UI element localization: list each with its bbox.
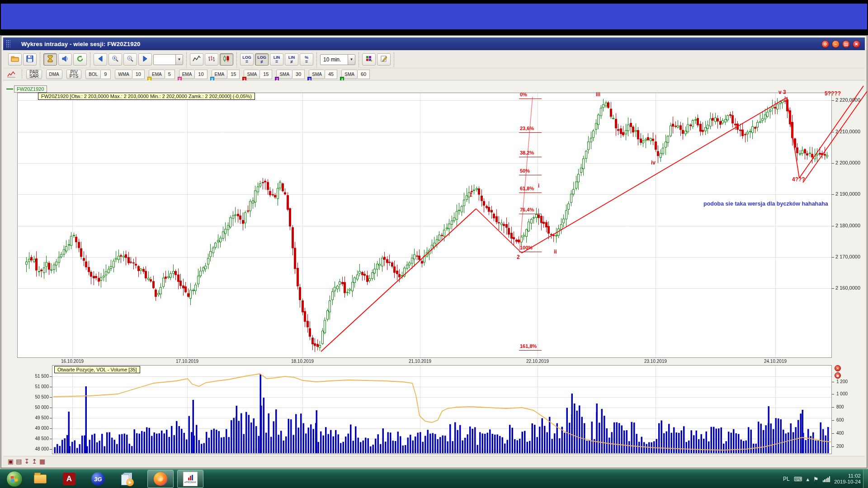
indicator-button-sma-30[interactable]: SMA302 [276,70,305,79]
interval-combobox[interactable]: 10 min. ▼ [320,54,355,65]
titlebar-buttons: ⚙–▤✕ [821,40,860,48]
indicator-button-par-sar[interactable]: PARSAR [26,70,42,79]
scroll-right-button[interactable] [138,53,152,66]
zoom-out-button[interactable] [123,53,137,66]
action-center-flag-icon[interactable]: ⚑ [813,476,819,483]
arrow-left-icon [98,56,103,64]
chart-window: Wykres intraday - wiele sesji: FW20Z1920… [1,35,867,468]
indicator-button-ema-5[interactable]: EMA51 [149,70,175,79]
taskbar-item-3g[interactable]: 3G [90,472,106,486]
firefox-icon [154,472,167,486]
indicator-button-sma-60[interactable]: SMA604 [341,70,370,79]
scale-lin-ne[interactable]: LIN≠ [285,53,298,66]
windows-logo-icon [10,475,18,483]
taskbar-item-acrobat[interactable]: A [61,472,77,486]
open-button[interactable] [8,53,22,66]
taskbar-item-media-player[interactable]: ▶ [119,472,135,486]
candlestick-chart-button[interactable] [220,53,233,66]
hourglass-icon [47,55,53,64]
settings-button[interactable]: ⚙ [821,40,829,48]
start-button[interactable] [6,471,23,487]
indicator-button-ema-15[interactable]: EMA153 [212,70,240,79]
zoom-out-icon [127,55,134,64]
line-chart-icon [193,56,201,64]
background-window-content [1,4,867,29]
background-window[interactable] [0,0,868,35]
main-toolbar: ▼ LOG=LOG≠LIN=LIN≠%= 10 min. ▼ [3,51,865,68]
titlebar[interactable]: Wykres intraday - wiele sesji: FW20Z1920… [3,38,865,50]
refresh-button[interactable] [73,53,87,66]
arrow-right-icon [142,56,148,64]
colors-button[interactable] [362,53,376,66]
save-button[interactable] [23,53,37,66]
show-desktop-button[interactable] [863,469,868,488]
edit-button[interactable] [377,53,391,66]
keyboard-icon[interactable]: ⌨ [794,476,802,483]
indicator-button-sma-45[interactable]: SMA453 [309,70,337,79]
scale-pct-eq[interactable]: %= [300,53,313,66]
chevron-down-icon[interactable]: ▼ [348,55,355,65]
upload-icon[interactable]: ↥ [32,458,37,465]
grid-icon[interactable]: ▦ [39,458,45,465]
mini-chart-icon [6,70,17,79]
indicator-button-dma[interactable]: DMA [46,70,62,79]
close-button[interactable]: ✕ [853,40,860,48]
scale-log-eq[interactable]: LOG= [240,53,254,66]
3g-icon: 3G [91,472,105,486]
floppy-icon [26,55,33,64]
titlebar-grip-icon[interactable] [6,40,10,48]
edit-pencil-icon [380,55,387,64]
indicator-button-ema-10[interactable]: EMA102 [179,70,208,79]
scale-log-ne[interactable]: LOG≠ [255,53,269,66]
ohlc-bars-icon [208,55,215,64]
taskbar: A 3G ▶ ePROMAK PL ⌨ ▴ ⚑ 11:02 2019 [0,469,868,488]
symbol-combobox[interactable]: ▼ [153,54,183,65]
system-tray: PL ⌨ ▴ ⚑ 11:02 2019-10-24 [783,469,861,488]
zoom-in-icon [112,55,119,64]
minimize-button[interactable]: – [832,40,840,48]
folder-icon [11,55,19,64]
explorer-icon [34,474,47,483]
network-signal-icon[interactable] [823,476,830,482]
indicator-button-wma-10[interactable]: WMA10 [115,70,145,79]
candlestick-icon [223,55,230,64]
taskbar-item-epromak[interactable]: ePROMAK [177,470,203,488]
interval-value: 10 min. [321,56,344,63]
epromak-icon: ePROMAK [183,472,198,486]
taskbar-item-firefox[interactable] [147,470,174,488]
indicator-button-bol-9[interactable]: BOL9 [85,70,111,79]
palette-icon [365,55,373,64]
acrobat-icon: A [63,473,75,485]
language-indicator[interactable]: PL [783,476,790,482]
window-title: Wykres intraday - wiele sesji: FW20Z1920 [21,41,141,47]
taskbar-item-explorer[interactable] [33,472,48,486]
chevron-down-icon[interactable]: ▼ [175,55,183,65]
desktop: Wykres intraday - wiele sesji: FW20Z1920… [0,0,868,488]
zoom-in-button[interactable] [108,53,122,66]
ohlc-chart-button[interactable] [205,53,218,66]
clock-time: 11:02 [848,473,861,479]
media-player-icon: ▶ [121,473,133,485]
scroll-left-button[interactable] [94,53,107,66]
chart-region[interactable] [3,80,865,457]
frame-icon[interactable]: ▣ [8,458,14,465]
volume-close-button[interactable]: ✕ [835,365,841,371]
line-chart-button[interactable] [190,53,203,66]
volume-restore-button[interactable]: ◉ [835,372,841,379]
print-icon[interactable]: ▤ [16,458,22,465]
indicator-button-sma-15[interactable]: SMA151 [244,70,272,79]
separator [22,70,22,79]
indicator-buttons: PARSARDMAPIVPTSBOL9WMA10EMA51EMA102EMA15… [26,70,374,79]
taskbar-clock[interactable]: 11:02 2019-10-24 [834,473,861,485]
sound-button[interactable] [58,53,72,66]
scale-lin-eq[interactable]: LIN= [270,53,283,66]
pause-refresh-button[interactable] [43,53,57,66]
hidden-icons-arrow-icon[interactable]: ▴ [806,476,809,483]
download-icon[interactable]: ↧ [24,458,29,465]
clock-date: 2019-10-24 [834,479,861,484]
refresh-icon [76,55,84,64]
speaker-icon [61,55,69,64]
indicator-button-piv-pts[interactable]: PIVPTS [66,70,81,79]
print-button[interactable]: ▤ [842,40,850,48]
indicator-toolbar: PARSARDMAPIVPTSBOL9WMA10EMA51EMA102EMA15… [3,68,865,80]
